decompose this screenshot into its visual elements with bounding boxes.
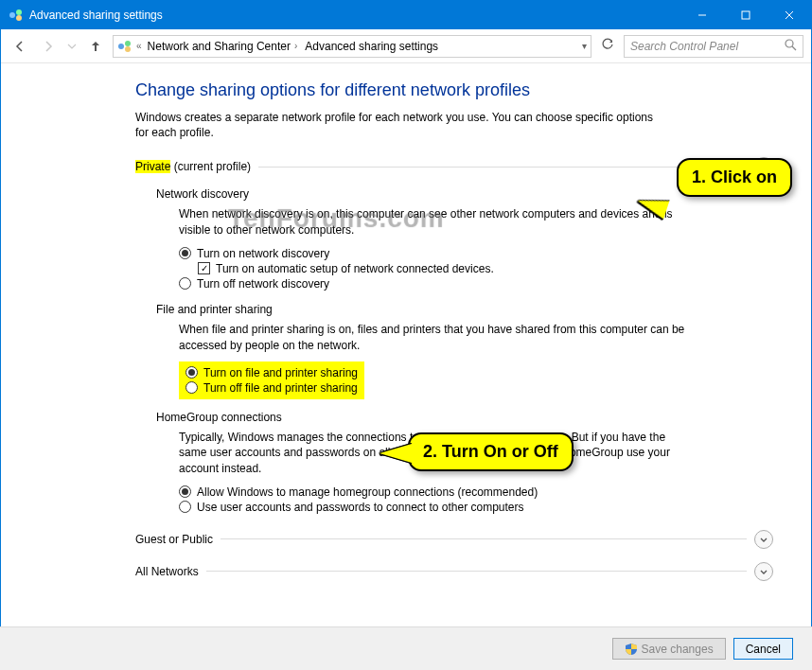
radio-discovery-off-label: Turn off network discovery xyxy=(197,277,329,291)
file-printer-title: File and printer sharing xyxy=(156,303,773,316)
toolbar: « Network and Sharing Center › Advanced … xyxy=(1,29,811,63)
radio-homegroup-allow[interactable]: Allow Windows to manage homegroup connec… xyxy=(179,485,690,500)
radio-icon xyxy=(179,485,191,498)
forward-button[interactable] xyxy=(37,35,60,58)
section-file-printer-sharing: File and printer sharing When file and p… xyxy=(156,303,773,399)
location-icon xyxy=(117,39,132,54)
svg-point-7 xyxy=(118,44,124,49)
refresh-button[interactable] xyxy=(597,38,618,54)
titlebar: Advanced sharing settings xyxy=(1,1,811,29)
svg-point-0 xyxy=(9,12,15,18)
cancel-label: Cancel xyxy=(746,643,781,656)
button-bar: Save changes Cancel xyxy=(0,626,812,670)
search-input[interactable]: Search Control Panel xyxy=(624,35,803,58)
breadcrumb-seg1-label: Network and Sharing Center xyxy=(148,40,291,53)
back-button[interactable] xyxy=(9,35,31,58)
annotation-tail-2 xyxy=(380,444,412,463)
save-changes-label: Save changes xyxy=(642,643,714,656)
minimize-button[interactable] xyxy=(680,1,724,29)
address-bar[interactable]: « Network and Sharing Center › Advanced … xyxy=(113,35,591,58)
radio-homegroup-user[interactable]: Use user accounts and passwords to conne… xyxy=(179,500,690,515)
section-network-discovery: Network discovery When network discovery… xyxy=(156,187,773,291)
radio-fileprint-on-label: Turn on file and printer sharing xyxy=(203,366,358,379)
checkbox-auto-setup[interactable]: Turn on automatic setup of network conne… xyxy=(198,261,690,276)
search-icon xyxy=(785,39,797,54)
divider xyxy=(221,538,747,539)
profile-private-label: Private xyxy=(135,160,170,173)
svg-point-10 xyxy=(786,40,793,47)
file-printer-desc: When file and printer sharing is on, fil… xyxy=(179,322,690,354)
homegroup-title: HomeGroup connections xyxy=(156,411,773,424)
close-button[interactable] xyxy=(768,1,811,29)
expand-icon[interactable] xyxy=(754,530,773,549)
divider xyxy=(206,571,747,572)
profile-private-suffix: (current profile) xyxy=(170,160,251,173)
radio-fileprint-off[interactable]: Turn off file and printer sharing xyxy=(185,380,358,396)
svg-point-8 xyxy=(125,41,131,46)
recent-dropdown[interactable] xyxy=(65,35,79,58)
annotation-callout-2: 2. Turn On or Off xyxy=(408,432,574,471)
window-title: Advanced sharing settings xyxy=(29,9,680,22)
maximize-button[interactable] xyxy=(724,1,768,29)
save-changes-button[interactable]: Save changes xyxy=(612,638,726,660)
radio-fileprint-off-label: Turn off file and printer sharing xyxy=(203,381,358,395)
annotation-callout-1: 1. Click on xyxy=(677,158,792,197)
uac-shield-icon xyxy=(625,643,638,656)
svg-point-2 xyxy=(16,15,22,21)
expand-icon[interactable] xyxy=(754,562,773,581)
divider xyxy=(258,167,747,168)
radio-icon xyxy=(185,381,198,394)
radio-icon xyxy=(179,501,191,513)
radio-homegroup-user-label: Use user accounts and passwords to conne… xyxy=(197,501,524,514)
svg-point-9 xyxy=(125,46,131,52)
radio-fileprint-on[interactable]: Turn on file and printer sharing xyxy=(185,365,358,380)
page-intro: Windows creates a separate network profi… xyxy=(135,110,665,140)
radio-icon xyxy=(179,247,191,259)
checkbox-auto-setup-label: Turn on automatic setup of network conne… xyxy=(216,262,494,275)
radio-discovery-on[interactable]: Turn on network discovery xyxy=(179,246,690,261)
content-area: TenForums.com Change sharing options for… xyxy=(1,63,811,581)
page-title: Change sharing options for different net… xyxy=(135,80,773,100)
checkbox-icon xyxy=(198,262,210,274)
breadcrumb-seg-advanced[interactable]: Advanced sharing settings xyxy=(303,40,440,53)
svg-rect-4 xyxy=(742,11,750,19)
breadcrumb-seg2-label: Advanced sharing settings xyxy=(305,40,438,53)
profile-allnetworks-label: All Networks xyxy=(135,565,199,578)
cancel-button[interactable]: Cancel xyxy=(733,638,793,660)
search-placeholder: Search Control Panel xyxy=(630,40,785,53)
chevron-right-icon: › xyxy=(294,41,297,51)
profile-allnetworks-header[interactable]: All Networks xyxy=(135,562,773,581)
profile-guest-label: Guest or Public xyxy=(135,533,213,546)
radio-icon xyxy=(185,366,198,379)
network-discovery-desc: When network discovery is on, this compu… xyxy=(179,206,690,238)
address-dropdown-icon[interactable]: ▾ xyxy=(582,41,587,51)
app-icon xyxy=(9,8,24,23)
svg-point-1 xyxy=(16,9,22,15)
breadcrumb-seg-nsc[interactable]: Network and Sharing Center › xyxy=(146,40,300,53)
radio-discovery-on-label: Turn on network discovery xyxy=(197,247,329,260)
up-button[interactable] xyxy=(84,35,107,58)
radio-icon xyxy=(179,277,191,290)
profile-guest-header[interactable]: Guest or Public xyxy=(135,530,773,549)
radio-discovery-off[interactable]: Turn off network discovery xyxy=(179,276,690,291)
breadcrumb-prefix: « xyxy=(136,41,142,51)
svg-line-11 xyxy=(792,46,796,50)
radio-homegroup-allow-label: Allow Windows to manage homegroup connec… xyxy=(197,485,538,499)
